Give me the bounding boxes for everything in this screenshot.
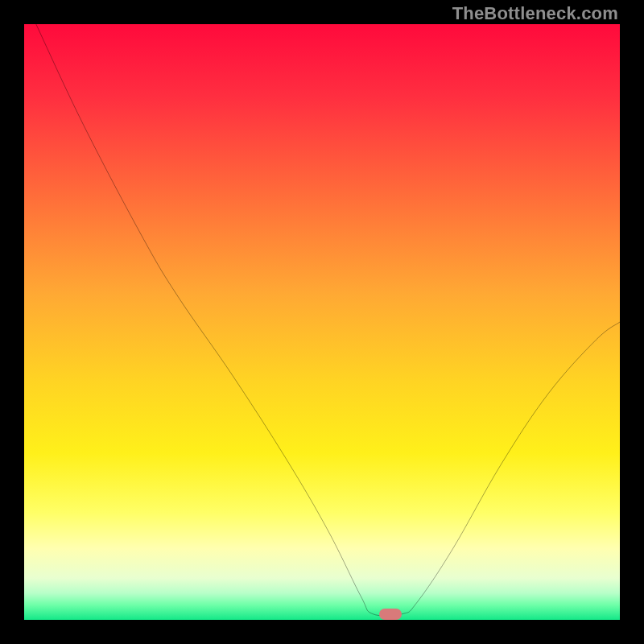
- background-gradient: [24, 24, 620, 620]
- svg-rect-0: [24, 24, 620, 620]
- chart-frame: TheBottleneck.com: [0, 0, 644, 644]
- watermark-text: TheBottleneck.com: [452, 3, 618, 24]
- optimal-marker: [379, 609, 402, 620]
- plot-area: [24, 24, 620, 620]
